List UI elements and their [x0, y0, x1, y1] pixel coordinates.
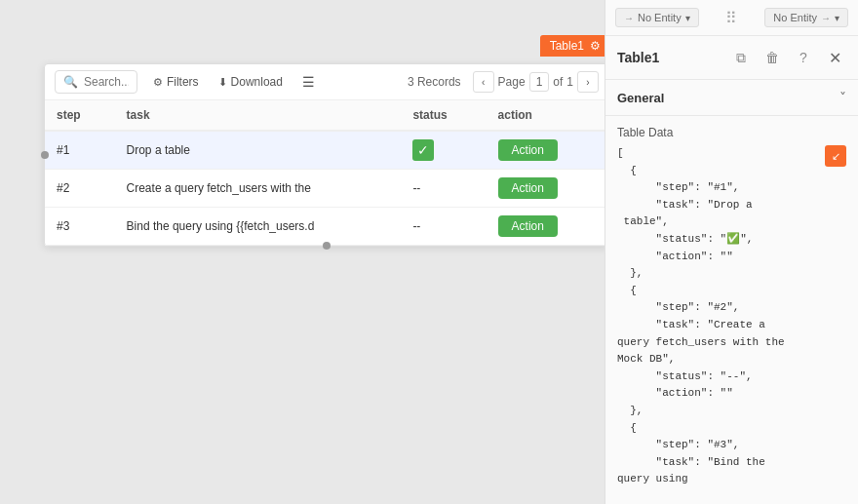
trash-icon: 🗑 [765, 50, 779, 65]
widget-label-tab[interactable]: Table1 ⚙ [540, 35, 610, 57]
right-panel: → No Entity ▾ ⠿ No Entity → ▾ Table1 ⧉ 🗑… [604, 0, 858, 504]
page-number[interactable]: 1 [529, 72, 550, 92]
search-box[interactable]: 🔍 [55, 70, 137, 94]
prev-page-button[interactable]: ‹ [473, 71, 494, 93]
action-button[interactable]: Action [498, 177, 558, 199]
json-copy-button[interactable]: ↙ [825, 145, 846, 167]
json-content: [ { "step": "#1", "task": "Drop a table"… [617, 145, 846, 488]
panel-title: Table1 [617, 50, 722, 65]
table-row[interactable]: #3Bind the query using {{fetch_users.d--… [45, 208, 608, 246]
search-icon: 🔍 [63, 75, 78, 89]
col-header-status: status [401, 100, 486, 131]
cell-step: #2 [45, 170, 115, 208]
panel-grid-icon: ⠿ [705, 9, 760, 27]
close-icon: ✕ [829, 49, 841, 67]
close-button[interactable]: ✕ [823, 46, 846, 69]
json-viewer[interactable]: ↙ [ { "step": "#1", "task": "Drop a tabl… [605, 145, 858, 504]
col-header-action: action [487, 100, 608, 131]
cell-step: #1 [45, 131, 115, 170]
filters-button[interactable]: ⚙ Filters [149, 73, 203, 91]
list-view-button[interactable]: ☰ [298, 72, 319, 92]
help-icon: ? [800, 50, 807, 65]
panel-title-bar: Table1 ⧉ 🗑 ? ✕ [605, 36, 858, 80]
table-row[interactable]: #1Drop a table✓Action [45, 131, 608, 170]
filter-icon: ⚙ [153, 76, 163, 89]
table-toolbar: 🔍 ⚙ Filters ⬇ Download ☰ 3 Records ‹ Pag… [45, 64, 608, 100]
cell-action: Action [487, 131, 608, 170]
duplicate-button[interactable]: ⧉ [729, 46, 753, 69]
cell-action: Action [487, 208, 608, 246]
cell-task: Drop a table [115, 131, 402, 170]
left-entity-selector[interactable]: → No Entity ▾ [615, 8, 699, 27]
data-table: step task status action #1Drop a table✓A… [45, 100, 608, 246]
general-chevron-icon: ˅ [839, 90, 846, 105]
cell-step: #3 [45, 208, 115, 246]
records-info: 3 Records [408, 75, 461, 89]
table-body: #1Drop a table✓Action#2Create a query fe… [45, 131, 608, 246]
general-label: General [617, 91, 839, 105]
widget-title-label: Table1 [550, 39, 584, 53]
table-widget: Table1 ⚙ 🔍 ⚙ Filters ⬇ Download ☰ 3 Reco… [44, 63, 609, 247]
help-button[interactable]: ? [792, 46, 815, 69]
search-input[interactable] [84, 75, 129, 89]
right-entity-selector[interactable]: No Entity → ▾ [764, 8, 848, 27]
download-icon: ⬇ [218, 76, 227, 89]
canvas: Table1 ⚙ 🔍 ⚙ Filters ⬇ Download ☰ 3 Reco… [0, 0, 858, 504]
resize-handle-bottom[interactable] [323, 242, 331, 250]
page-of-label: of [553, 75, 563, 89]
next-page-button[interactable]: › [577, 71, 599, 93]
page-total: 1 [566, 75, 573, 89]
table-row[interactable]: #2Create a query fetch_users with the--A… [45, 170, 608, 208]
table-data-section-label: Table Data [605, 116, 858, 145]
cell-task: Bind the query using {{fetch_users.d [115, 208, 402, 246]
right-entity-chevron: ▾ [835, 13, 839, 23]
cell-status: -- [401, 170, 486, 208]
col-header-task: task [115, 100, 402, 131]
gear-icon[interactable]: ⚙ [590, 39, 601, 53]
status-check-icon: ✓ [412, 139, 434, 161]
panel-header: → No Entity ▾ ⠿ No Entity → ▾ [605, 0, 858, 36]
download-button[interactable]: ⬇ Download [214, 73, 287, 91]
page-label: Page [498, 75, 526, 89]
delete-button[interactable]: 🗑 [760, 46, 784, 69]
list-icon: ☰ [302, 74, 315, 90]
cell-action: Action [487, 170, 608, 208]
cell-task: Create a query fetch_users with the [115, 170, 402, 208]
copy-down-icon: ↙ [832, 150, 840, 163]
resize-handle-left[interactable] [41, 151, 49, 159]
pagination: ‹ Page 1 of 1 › [473, 71, 599, 93]
left-entity-chevron: ▾ [685, 13, 690, 23]
action-button[interactable]: Action [498, 215, 558, 237]
duplicate-icon: ⧉ [736, 50, 746, 66]
cell-status: -- [401, 208, 486, 246]
col-header-step: step [45, 100, 115, 131]
general-section[interactable]: General ˅ [605, 80, 858, 116]
table-header-row: step task status action [45, 100, 608, 131]
action-button[interactable]: Action [498, 139, 558, 161]
cell-status: ✓ [401, 131, 486, 170]
